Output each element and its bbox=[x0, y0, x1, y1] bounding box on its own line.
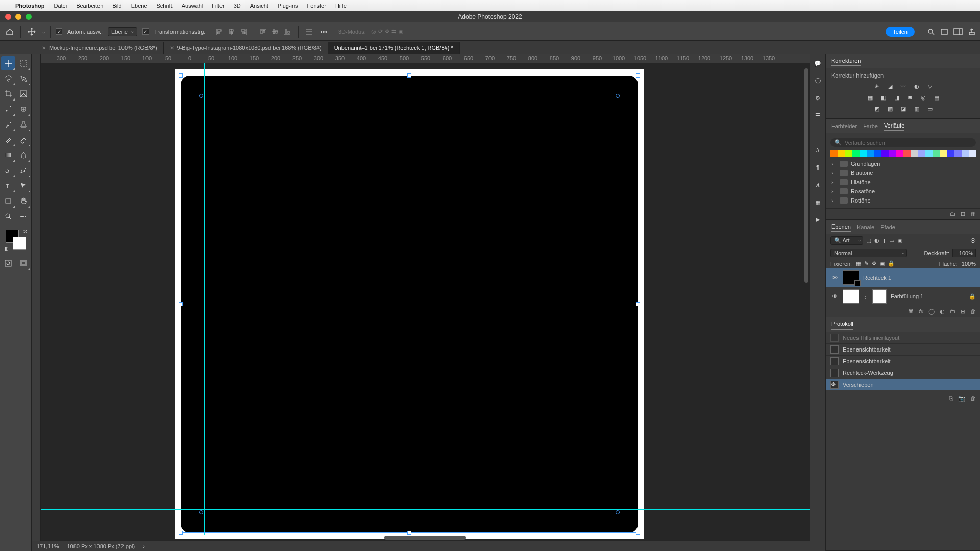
paragraph-icon[interactable]: ¶ bbox=[813, 162, 823, 172]
visibility-icon[interactable]: 👁 bbox=[830, 293, 839, 299]
fill-value[interactable]: 100% bbox=[962, 261, 976, 267]
layer-thumb[interactable] bbox=[843, 289, 859, 304]
zoom-tool[interactable] bbox=[1, 209, 15, 223]
search-icon[interactable] bbox=[927, 28, 935, 36]
menu-hilfe[interactable]: Hilfe bbox=[335, 3, 347, 9]
color-swatch[interactable]: ⤭ ◧ bbox=[5, 229, 27, 251]
gradient-swatch[interactable] bbox=[896, 150, 903, 157]
layer-thumb[interactable] bbox=[843, 270, 859, 285]
filter-pixel-icon[interactable]: ▢ bbox=[866, 237, 871, 244]
menu-bild[interactable]: Bild bbox=[112, 3, 121, 9]
scrollbar-horizontal[interactable] bbox=[41, 535, 810, 541]
menu-auswahl[interactable]: Auswahl bbox=[182, 3, 203, 9]
transform-bounds[interactable] bbox=[181, 76, 638, 533]
menu-ebene[interactable]: Ebene bbox=[131, 3, 148, 9]
character-icon[interactable]: A bbox=[813, 145, 823, 155]
history-row[interactable]: ✥Verschieben bbox=[826, 379, 980, 390]
delete-icon[interactable]: 🗑 bbox=[970, 211, 976, 217]
history-row[interactable]: Ebenensichtbarkeit bbox=[826, 355, 980, 367]
lock-position-icon[interactable]: ✥ bbox=[872, 260, 876, 267]
menu-schrift[interactable]: Schrift bbox=[157, 3, 173, 9]
lookup-icon[interactable]: ▤ bbox=[932, 93, 941, 102]
quickmask-icon[interactable] bbox=[1, 256, 15, 270]
gradient-tool[interactable] bbox=[1, 148, 15, 162]
share-button[interactable]: Teilen bbox=[886, 27, 915, 37]
colbal-icon[interactable]: ◧ bbox=[879, 93, 888, 102]
gradient-folder[interactable]: ›Grundlagen bbox=[830, 159, 976, 168]
align-vcenter-icon[interactable] bbox=[270, 26, 281, 37]
app-name[interactable]: Photoshop bbox=[15, 3, 44, 9]
path-select-tool[interactable] bbox=[16, 179, 31, 193]
3d-slide-icon[interactable]: ⇆ bbox=[391, 28, 396, 35]
bw-icon[interactable]: ◨ bbox=[892, 93, 901, 102]
history-tab[interactable]: Protokoll bbox=[831, 319, 853, 330]
edit-toolbar[interactable]: ••• bbox=[16, 209, 31, 223]
gradient-swatch[interactable] bbox=[911, 150, 918, 157]
gradient-folder[interactable]: ›Rottöne bbox=[830, 196, 976, 205]
gradients-tab[interactable]: Verläufe bbox=[884, 121, 904, 131]
info-icon[interactable]: ⓘ bbox=[813, 76, 823, 86]
gradient-swatch[interactable] bbox=[830, 150, 838, 157]
gradient-search[interactable]: 🔍 bbox=[830, 138, 976, 147]
doc-tab-1[interactable]: ✕Mockup-Ingenieure.psd bei 100% (RGB/8*) bbox=[36, 42, 164, 54]
handle-br[interactable] bbox=[636, 531, 640, 535]
menu-3d[interactable]: 3D bbox=[234, 3, 241, 9]
3d-orbit-icon[interactable]: ◎ bbox=[371, 28, 376, 35]
history-brush-tool[interactable] bbox=[1, 133, 15, 147]
new-item-icon[interactable]: ⊞ bbox=[961, 211, 965, 217]
doc-info[interactable]: 1080 Px x 1080 Px (72 ppi) bbox=[67, 543, 135, 549]
handle-ml[interactable] bbox=[179, 302, 183, 306]
color-tab[interactable]: Farbe bbox=[863, 121, 878, 131]
gradient-swatch[interactable] bbox=[933, 150, 940, 157]
curves-icon[interactable]: 〰 bbox=[899, 82, 908, 91]
handle-tr[interactable] bbox=[636, 73, 640, 78]
rectangle-tool[interactable] bbox=[1, 194, 15, 208]
properties-icon[interactable]: ⚙ bbox=[813, 93, 823, 103]
filter-shape-icon[interactable]: ▭ bbox=[889, 237, 894, 244]
create-document-icon[interactable]: ⎘ bbox=[949, 395, 953, 402]
actions-icon[interactable]: ▶ bbox=[813, 214, 823, 224]
gradient-folder[interactable]: ›Blautöne bbox=[830, 168, 976, 178]
locked-icon[interactable]: 🔒 bbox=[969, 293, 976, 300]
dodge-tool[interactable] bbox=[1, 163, 15, 178]
handle-bc[interactable] bbox=[407, 531, 411, 535]
filter-toggle[interactable]: ⦿ bbox=[970, 238, 976, 244]
blur-tool[interactable] bbox=[16, 148, 31, 162]
invert-icon[interactable]: ◩ bbox=[872, 104, 881, 113]
swatches-tab[interactable]: Farbfelder bbox=[831, 121, 857, 131]
swap-colors-icon[interactable]: ⤭ bbox=[23, 229, 27, 234]
layer-mask-thumb[interactable] bbox=[872, 289, 887, 304]
link-layers-icon[interactable]: ⌘ bbox=[908, 308, 914, 315]
adjust-icon[interactable]: ☰ bbox=[813, 110, 823, 120]
adjustment-layer-icon[interactable]: ◐ bbox=[940, 308, 945, 315]
lock-artboard-icon[interactable]: ▣ bbox=[879, 260, 885, 267]
align-right-icon[interactable] bbox=[238, 26, 249, 37]
layer-filter-kind[interactable]: 🔍 Art bbox=[830, 236, 863, 245]
export-share-icon[interactable] bbox=[968, 28, 976, 36]
crop-tool[interactable] bbox=[1, 87, 15, 101]
hsl-icon[interactable]: ▦ bbox=[866, 93, 875, 102]
blend-mode-dropdown[interactable]: Normal bbox=[830, 249, 907, 257]
stamp-tool[interactable] bbox=[16, 117, 31, 132]
new-folder-icon[interactable]: 🗀 bbox=[950, 211, 955, 217]
mask-icon[interactable]: ◯ bbox=[928, 308, 935, 315]
comments-icon[interactable]: 💬 bbox=[813, 58, 823, 68]
artboard-tool[interactable] bbox=[16, 56, 31, 70]
layer-row[interactable]: 👁 ⋮ Farbfüllung 1 🔒 bbox=[826, 287, 980, 306]
doc-tab-3[interactable]: Unbenannt–1 bei 171% (Rechteck 1, RGB/8#… bbox=[328, 42, 460, 54]
selcolor-icon[interactable]: ▥ bbox=[912, 104, 921, 113]
zoom-value[interactable]: 171,11% bbox=[37, 543, 59, 549]
align-bottom-icon[interactable] bbox=[282, 26, 293, 37]
filter-type-icon[interactable]: T bbox=[883, 238, 886, 244]
layer-row[interactable]: 👁 Rechteck 1 bbox=[826, 268, 980, 287]
move-tool[interactable] bbox=[1, 56, 15, 70]
menu-filter[interactable]: Filter bbox=[212, 3, 224, 9]
more-options-icon[interactable]: ••• bbox=[320, 29, 328, 35]
ruler-origin[interactable] bbox=[32, 54, 41, 63]
eraser-tool[interactable] bbox=[16, 133, 31, 147]
lasso-tool[interactable] bbox=[1, 71, 15, 86]
status-more-icon[interactable]: › bbox=[143, 543, 145, 549]
align-hcenter-icon[interactable] bbox=[226, 26, 237, 37]
history-row[interactable]: Ebenensichtbarkeit bbox=[826, 343, 980, 355]
menu-ansicht[interactable]: Ansicht bbox=[250, 3, 268, 9]
